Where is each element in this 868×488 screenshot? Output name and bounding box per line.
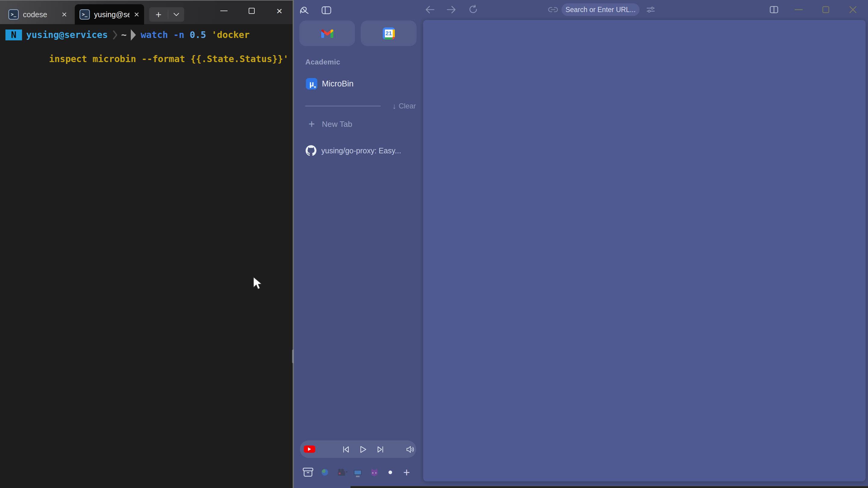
- new-tab-button[interactable]: + New Tab: [300, 116, 417, 133]
- next-track-icon[interactable]: [375, 444, 385, 455]
- url-bar[interactable]: [561, 3, 640, 16]
- clear-tabs-button[interactable]: ↓ Clear: [393, 101, 416, 111]
- terminal-output[interactable]: N yusing@services ~ watch -n 0.5 'docker…: [0, 24, 293, 488]
- media-controls: [300, 441, 416, 458]
- minimize-button[interactable]: [210, 1, 238, 21]
- powerline-arrow-icon: [131, 29, 136, 41]
- tabs-clear-row: ↓ Clear: [305, 102, 416, 110]
- powershell-icon: >_: [80, 9, 90, 20]
- prompt-os-badge: N: [5, 30, 22, 40]
- command-string: 'docker: [206, 29, 250, 41]
- essential-gmail[interactable]: [299, 21, 355, 46]
- play-icon[interactable]: [358, 444, 368, 455]
- tab-title: MicroBin: [322, 79, 353, 89]
- terminal-tab-title: codese: [23, 10, 47, 19]
- github-icon: [306, 145, 316, 156]
- command-value: 0.5: [190, 29, 206, 41]
- sidebar-tab-microbin[interactable]: µ MicroBin: [300, 75, 417, 92]
- back-icon[interactable]: [424, 4, 436, 16]
- terminal-tab-codese[interactable]: >_ codese ×: [4, 4, 72, 25]
- prompt-user-host: yusing@services: [26, 29, 108, 41]
- mouse-cursor: [252, 276, 264, 291]
- tab-close-icon[interactable]: ×: [59, 10, 67, 19]
- terminal-window: >_ codese × >_ yusing@services × + ×: [0, 0, 293, 488]
- split-view-icon[interactable]: [768, 4, 780, 15]
- tab-close-icon[interactable]: ×: [131, 10, 139, 19]
- command-string-line2: inspect microbin --format {{.State.Statu…: [49, 54, 289, 64]
- globe-workspace-icon[interactable]: [319, 466, 331, 478]
- terminal-tab-yusing[interactable]: >_ yusing@services ×: [75, 4, 144, 25]
- essential-google-calendar[interactable]: 21: [361, 21, 416, 46]
- plus-icon: +: [306, 118, 317, 130]
- devil-workspace-icon[interactable]: [368, 466, 380, 478]
- reload-icon[interactable]: [467, 3, 479, 15]
- maximize-button[interactable]: [238, 1, 266, 21]
- calendar-date: 21: [385, 30, 393, 37]
- taskbar-edge: [350, 486, 868, 488]
- arrow-down-icon: ↓: [393, 101, 396, 111]
- new-tab-plus-icon[interactable]: +: [149, 9, 168, 21]
- new-tab-label: New Tab: [322, 120, 352, 129]
- browser-window: 21 Academic µ MicroBin ↓ Clear + New Tab: [294, 0, 868, 488]
- powershell-icon: >_: [8, 9, 19, 20]
- terminal-titlebar[interactable]: >_ codese × >_ yusing@services × + ×: [0, 0, 293, 24]
- tab-title: yusing/go-proxy: Easy...: [321, 147, 401, 155]
- movie-camera-workspace-icon[interactable]: [336, 466, 347, 478]
- link-icon[interactable]: [547, 4, 559, 15]
- microbin-favicon: µ: [306, 78, 317, 90]
- close-button[interactable]: ×: [266, 1, 293, 21]
- gmail-icon: [321, 29, 333, 38]
- minimize-button[interactable]: [792, 4, 806, 15]
- content-area: [423, 20, 866, 481]
- workspace-label[interactable]: Academic: [305, 58, 340, 66]
- url-input[interactable]: [561, 6, 640, 14]
- divider: [305, 106, 381, 106]
- chevron-down-icon[interactable]: [168, 13, 184, 16]
- archive-workspace-icon[interactable]: [302, 466, 314, 478]
- sidebar-toggle-icon[interactable]: [320, 4, 333, 16]
- terminal-tab-title: yusing@services: [94, 10, 130, 19]
- youtube-icon[interactable]: [304, 446, 315, 453]
- desktop-workspace-icon[interactable]: [352, 466, 364, 478]
- volume-icon[interactable]: [405, 444, 415, 455]
- close-button[interactable]: [846, 4, 860, 15]
- google-calendar-icon: 21: [383, 27, 395, 39]
- sidebar-tab-goproxy[interactable]: yusing/go-proxy: Easy...: [300, 142, 417, 159]
- prompt-chevron-icon: [113, 30, 118, 40]
- command-keyword: watch -n: [141, 29, 190, 41]
- clear-label: Clear: [399, 102, 416, 110]
- terminal-window-controls: ×: [210, 1, 293, 21]
- forward-icon[interactable]: [445, 4, 457, 16]
- desktop: >_ codese × >_ yusing@services × + ×: [0, 0, 868, 488]
- prompt-path: ~: [121, 29, 127, 41]
- previous-track-icon[interactable]: [341, 444, 351, 455]
- zen-logo-icon[interactable]: [298, 4, 310, 16]
- sliders-icon[interactable]: [644, 4, 657, 15]
- tab-actions: +: [149, 7, 184, 22]
- new-workspace-plus-icon[interactable]: +: [401, 466, 412, 478]
- dot-workspace-icon[interactable]: [384, 466, 396, 478]
- maximize-button[interactable]: [819, 4, 833, 15]
